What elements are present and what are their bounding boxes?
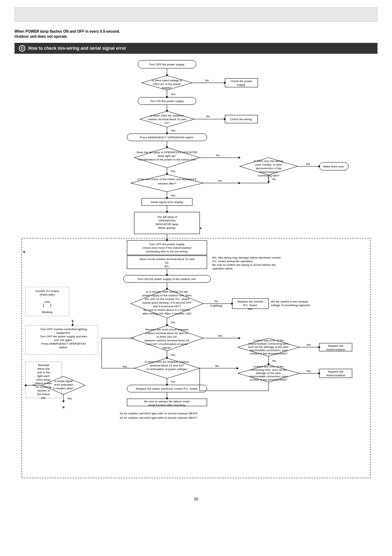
svg-text:In 3 minutes after turning ON : In 3 minutes after turning ON the: [146, 290, 188, 293]
svg-text:Be sure to confirm the wiring : Be sure to confirm the wiring is correct…: [212, 263, 276, 267]
svg-text:(Parts side): (Parts side): [40, 293, 55, 296]
svg-text:either the: either the: [37, 367, 50, 370]
svg-text:Yes: Yes: [67, 397, 72, 400]
section-title: How to check mis-wiring and serial signa…: [28, 46, 126, 51]
svg-text:repeat quick blinking "3.6-sec: repeat quick blinking "3.6-second-OFF: [142, 301, 192, 304]
section-header: D How to check mis-wiring and serial sig…: [15, 43, 377, 54]
svg-text:Turn OFF the power supply and : Turn OFF the power supply and then: [40, 335, 87, 338]
svg-text:lamp light up?: lamp light up?: [158, 154, 176, 158]
svg-text:The left lamp of: The left lamp of: [157, 215, 177, 219]
svg-text:Be sure to check above in 3 mi: Be sure to check above in 3 minutes: [144, 308, 191, 312]
svg-text:As for outdoor unit MXZ type,r: As for outdoor unit MXZ type,refer to se…: [119, 416, 198, 419]
svg-text:Is there 20V DC: Is there 20V DC: [157, 335, 177, 338]
svg-text:Check the wiring.: Check the wiring.: [230, 118, 252, 121]
svg-text:Remove the short-circuit betwe: Remove the short-circuit between: [145, 328, 188, 331]
svg-text:No: No: [215, 364, 219, 368]
section-letter: D: [19, 45, 25, 52]
svg-text:the indoor: the indoor: [37, 393, 50, 396]
intro-text: When POWER lamp flashes ON and OFF in ev…: [15, 29, 377, 39]
svg-text:Attach a filter: Attach a filter: [35, 382, 52, 385]
svg-text:light each: light each: [37, 374, 50, 378]
svg-text:Is the self-check of the indoo: Is the self-check of the indoor unit dis…: [138, 178, 197, 181]
svg-text:Yes: Yes: [171, 129, 175, 132]
svg-text:and S3? <Confirmation of seria: and S3? <Confirmation of serial: [147, 342, 188, 346]
svg-text:Turn OFF the power supply.: Turn OFF the power supply.: [149, 243, 185, 246]
svg-text:section of: section of: [37, 389, 50, 392]
svg-text:(Lighting): (Lighting): [210, 304, 222, 307]
svg-text:P.C. board.: P.C. board.: [243, 304, 257, 307]
svg-text:Serial signal error display: Serial signal error display: [151, 200, 183, 204]
svg-text:blinks quickly.: blinks quickly.: [158, 226, 176, 230]
svg-text:minutes after?: minutes after?: [158, 182, 176, 185]
svg-text:LED: LED: [44, 300, 50, 304]
svg-text:unit or the: unit or the: [37, 371, 50, 374]
flowchart-svg: Turn OFF the power supply. Is there rate…: [15, 57, 377, 492]
svg-text:Does the left lamp of OPERATIO: Does the left lamp of OPERATION INDICATO…: [136, 151, 197, 154]
svg-text:and 0.8-second-ON"?: and 0.8-second-ON"?: [153, 305, 181, 308]
svg-text:error indicated: error indicated: [54, 383, 73, 386]
svg-text:damage of the wire,: damage of the wire,: [256, 372, 281, 375]
svg-text:unit.: unit.: [41, 396, 46, 399]
svg-text:S2?: S2?: [164, 121, 170, 125]
svg-text:outdoor terminal block S2 and : outdoor terminal block S2 and S3.: [145, 332, 189, 335]
svg-text:Yes: Yes: [122, 365, 127, 368]
svg-text:230V AC in the power: 230V AC in the power: [153, 82, 181, 86]
svg-text:between outdoor terminal block: between outdoor terminal block S2: [144, 339, 189, 342]
svg-text:operation starts.: operation starts.: [212, 267, 233, 270]
svg-text:voltage of smoothing capacitor: voltage of smoothing capacitor.: [271, 304, 311, 307]
svg-text:Is there any mis-wiring,: Is there any mis-wiring,: [254, 159, 283, 163]
svg-text:No: No: [272, 178, 276, 181]
svg-text:W2 Be careful to the residual: W2 Be careful to the residual: [271, 300, 308, 303]
svg-text:Blinking: Blinking: [42, 311, 52, 314]
page: When POWER lamp flashes ON and OFF in ev…: [0, 0, 392, 556]
svg-text:Is there rated voltage of: Is there rated voltage of: [152, 79, 183, 82]
svg-text:Turn ON the power supply of th: Turn ON the power supply of the outdoor …: [138, 277, 196, 281]
svg-text:Check once more if the indoor/: Check once more if the indoor/outdoor: [142, 246, 192, 249]
svg-text:Yes: Yes: [217, 334, 222, 337]
svg-text:S3.: S3.: [165, 261, 169, 264]
svg-text:indoor/outdoor: indoor/outdoor: [326, 374, 345, 377]
svg-text:Replace the: Replace the: [328, 344, 344, 348]
svg-text:Turn OFF inverter-controlled l: Turn OFF inverter-controlled lighting: [40, 328, 87, 331]
svg-text:Turn ON the power supply.: Turn ON the power supply.: [150, 100, 184, 103]
svg-text:No: No: [215, 300, 219, 303]
intro-line1: When POWER lamp flashes ON and OFF in ev…: [15, 29, 120, 33]
svg-text:connecting wire is not mis-wir: connecting wire is not mis-wiring.: [146, 250, 188, 253]
svg-text:turn ON again.: turn ON again.: [54, 338, 73, 342]
page-number: 20: [15, 497, 377, 501]
svg-text:Yes: Yes: [171, 194, 175, 197]
svg-text:indoor/outdoor: indoor/outdoor: [259, 170, 278, 174]
svg-text:supply.: supply.: [237, 83, 246, 86]
svg-text:No: No: [218, 179, 222, 182]
svg-text:Is there 230V AC between outdo: Is there 230V AC between outdoor: [145, 360, 189, 364]
svg-text:No: No: [206, 115, 210, 118]
svg-text:outdoor terminal block S1 and: outdoor terminal block S1 and: [148, 118, 186, 121]
svg-text:contact to the terminal block?: contact to the terminal block?: [250, 378, 288, 381]
svg-text:indoor/outdoor: indoor/outdoor: [326, 348, 345, 351]
svg-text:Check the power: Check the power: [230, 80, 252, 83]
svg-text:equipment.: equipment.: [56, 331, 71, 334]
svg-text:Yes: Yes: [171, 93, 175, 96]
svg-text:B: B: [62, 406, 65, 409]
svg-text:As for outdoor unit MUZ type,r: As for outdoor unit MUZ type,refer to se…: [119, 412, 198, 415]
svg-text:the LED on the inverter P.C. b: the LED on the inverter P.C. board: [145, 297, 189, 301]
svg-text:Be sure to release the failure: Be sure to release the failure-mode: [144, 400, 190, 403]
svg-text:such as the damage of the wire: such as the damage of the wire,: [248, 345, 289, 349]
svg-text:intermediate connection, poor: intermediate connection, poor: [249, 375, 288, 378]
svg-text:Yes: Yes: [171, 170, 175, 173]
svg-text:other away.: other away.: [36, 378, 51, 381]
svg-text:<Confirmation of power voltage: <Confirmation of power voltage>: [146, 368, 188, 371]
svg-text:disconnection of the: disconnection of the: [256, 167, 282, 170]
svg-text:Short-circuit outdoor terminal: Short-circuit outdoor terminal block S2 …: [139, 257, 194, 261]
svg-text:Yes: Yes: [171, 353, 175, 357]
svg-text:No: No: [205, 79, 209, 82]
svg-text:<Confirmation of the power to : <Confirmation of the power to the indoor…: [138, 158, 197, 161]
svg-text:signal>: signal>: [162, 346, 172, 349]
svg-text:Replace the indoor electronic : Replace the indoor electronic control P.…: [136, 387, 198, 390]
svg-text:Yes: Yes: [306, 369, 311, 373]
svg-text:W2.: W2.: [248, 307, 253, 311]
svg-text:Yes: Yes: [171, 321, 175, 324]
svg-text:on receiving: on receiving: [36, 385, 51, 389]
svg-text:contact to the terminal block?: contact to the terminal block?: [250, 352, 288, 355]
svg-text:intermediate connection, poor: intermediate connection, poor: [249, 349, 288, 352]
